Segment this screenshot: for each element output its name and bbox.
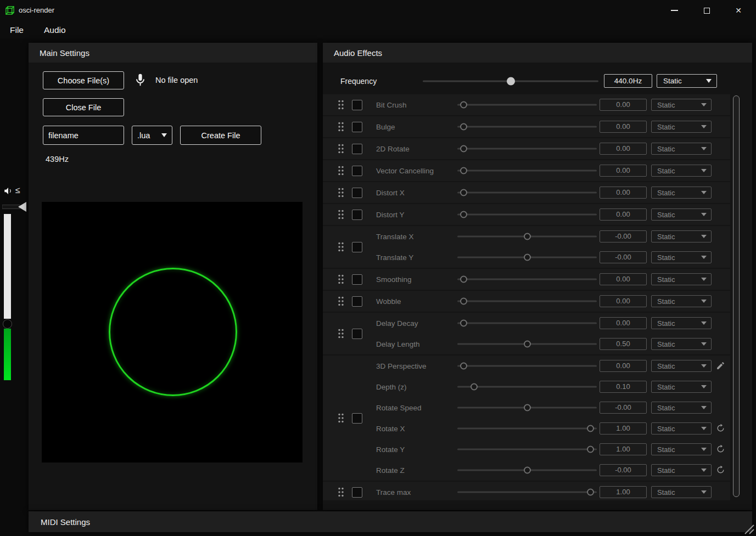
midi-settings-header[interactable]: MIDI Settings: [29, 511, 752, 532]
effect-mode-dropdown[interactable]: Static: [651, 230, 712, 242]
effect-value[interactable]: 0.00: [600, 187, 647, 199]
effect-slider[interactable]: [457, 189, 597, 196]
spin-icon[interactable]: [716, 424, 726, 433]
slider-thumb[interactable]: [460, 363, 467, 370]
effect-slider[interactable]: [457, 145, 597, 153]
effect-mode-dropdown[interactable]: Static: [651, 486, 712, 498]
effect-value[interactable]: 0.00: [600, 360, 647, 372]
slider-thumb[interactable]: [460, 189, 467, 196]
frequency-mode-dropdown[interactable]: Static: [657, 74, 717, 88]
extension-dropdown[interactable]: .lua: [132, 126, 172, 145]
effect-value[interactable]: 0.10: [600, 381, 647, 393]
effect-slider[interactable]: [457, 446, 597, 453]
effect-slider[interactable]: [457, 123, 597, 131]
slider-thumb[interactable]: [460, 101, 467, 109]
volume-thumb[interactable]: [3, 319, 12, 329]
effect-slider[interactable]: [457, 298, 597, 305]
spin-icon[interactable]: [716, 465, 726, 475]
effect-value[interactable]: -0.00: [600, 251, 647, 263]
effect-value[interactable]: 0.50: [600, 338, 647, 350]
choose-files-button[interactable]: Choose File(s): [43, 71, 124, 89]
effect-mode-dropdown[interactable]: Static: [651, 443, 712, 455]
spin-icon[interactable]: [716, 444, 726, 454]
effect-value[interactable]: 0.00: [600, 273, 647, 285]
effect-value[interactable]: 0.00: [600, 295, 647, 307]
effect-value[interactable]: 1.00: [600, 422, 647, 435]
effect-value[interactable]: -0.00: [600, 230, 647, 242]
effect-slider[interactable]: [457, 320, 597, 327]
maximize-button[interactable]: [697, 2, 716, 19]
slider-thumb[interactable]: [524, 233, 531, 240]
effect-value[interactable]: 0.00: [600, 143, 647, 155]
frequency-slider[interactable]: [423, 77, 598, 86]
effect-value[interactable]: 0.00: [600, 121, 647, 133]
menu-audio[interactable]: Audio: [41, 24, 69, 37]
effect-mode-dropdown[interactable]: Static: [651, 143, 712, 155]
slider-thumb[interactable]: [524, 467, 531, 474]
effect-mode-dropdown[interactable]: Static: [651, 422, 712, 435]
effect-mode-dropdown[interactable]: Static: [651, 381, 712, 393]
effect-mode-dropdown[interactable]: Static: [651, 295, 712, 307]
effect-mode-dropdown[interactable]: Static: [651, 165, 712, 177]
effect-mode-dropdown[interactable]: Static: [651, 251, 712, 263]
slider-thumb[interactable]: [460, 167, 467, 174]
filename-input[interactable]: [43, 126, 124, 145]
effect-value[interactable]: 0.00: [600, 165, 647, 177]
effect-mode-dropdown[interactable]: Static: [651, 317, 712, 329]
microphone-icon[interactable]: [133, 72, 148, 87]
effect-mode-dropdown[interactable]: Static: [651, 360, 712, 372]
volume-slider[interactable]: [4, 214, 11, 380]
slider-thumb[interactable]: [460, 298, 467, 305]
slider-thumb[interactable]: [471, 383, 478, 391]
effect-value[interactable]: 1.00: [600, 486, 647, 498]
effect-slider[interactable]: [457, 489, 597, 496]
menu-file[interactable]: File: [7, 24, 27, 37]
effect-slider[interactable]: [457, 363, 597, 370]
effect-slider[interactable]: [457, 383, 597, 391]
effect-mode-dropdown[interactable]: Static: [651, 121, 712, 133]
effect-slider[interactable]: [457, 425, 597, 432]
effect-mode-dropdown[interactable]: Static: [651, 273, 712, 285]
create-file-button[interactable]: Create File: [180, 126, 261, 145]
slider-thumb[interactable]: [587, 446, 594, 453]
frequency-slider-thumb[interactable]: [507, 77, 515, 86]
effect-mode-dropdown[interactable]: Static: [651, 99, 712, 111]
close-button[interactable]: ✕: [729, 2, 748, 19]
slider-thumb[interactable]: [460, 320, 467, 327]
effect-value[interactable]: 1.00: [600, 443, 647, 455]
slider-thumb[interactable]: [460, 211, 467, 218]
effect-slider[interactable]: [457, 101, 597, 109]
slider-thumb[interactable]: [524, 341, 531, 348]
slider-thumb[interactable]: [460, 145, 467, 153]
slider-thumb[interactable]: [460, 123, 467, 131]
effect-mode-dropdown[interactable]: Static: [651, 338, 712, 350]
slider-thumb[interactable]: [524, 254, 531, 261]
slider-thumb[interactable]: [587, 489, 594, 496]
effect-value[interactable]: 0.00: [600, 99, 647, 111]
effect-slider[interactable]: [457, 254, 597, 261]
resize-grip-icon[interactable]: [742, 522, 755, 535]
volume-threshold-slider[interactable]: [2, 201, 26, 212]
pencil-icon[interactable]: [716, 361, 726, 371]
minimize-button[interactable]: [665, 2, 684, 19]
slider-thumb[interactable]: [460, 276, 467, 283]
frequency-value[interactable]: 440.0Hz: [604, 74, 652, 88]
close-file-button[interactable]: Close File: [43, 98, 124, 116]
effect-slider[interactable]: [457, 211, 597, 218]
slider-thumb[interactable]: [587, 425, 594, 432]
effect-slider[interactable]: [457, 167, 597, 174]
effect-slider[interactable]: [457, 276, 597, 283]
effect-slider[interactable]: [457, 233, 597, 240]
effect-value[interactable]: -0.00: [600, 402, 647, 414]
effect-mode-dropdown[interactable]: Static: [651, 402, 712, 414]
effect-mode-dropdown[interactable]: Static: [651, 464, 712, 476]
effect-slider[interactable]: [457, 467, 597, 474]
effect-slider[interactable]: [457, 404, 597, 411]
effects-scrollbar[interactable]: [732, 95, 740, 497]
effect-value[interactable]: 0.00: [600, 208, 647, 221]
effect-mode-dropdown[interactable]: Static: [651, 187, 712, 199]
effect-value[interactable]: 0.00: [600, 317, 647, 329]
effect-slider[interactable]: [457, 341, 597, 348]
slider-thumb[interactable]: [524, 404, 531, 411]
effect-mode-dropdown[interactable]: Static: [651, 208, 712, 221]
